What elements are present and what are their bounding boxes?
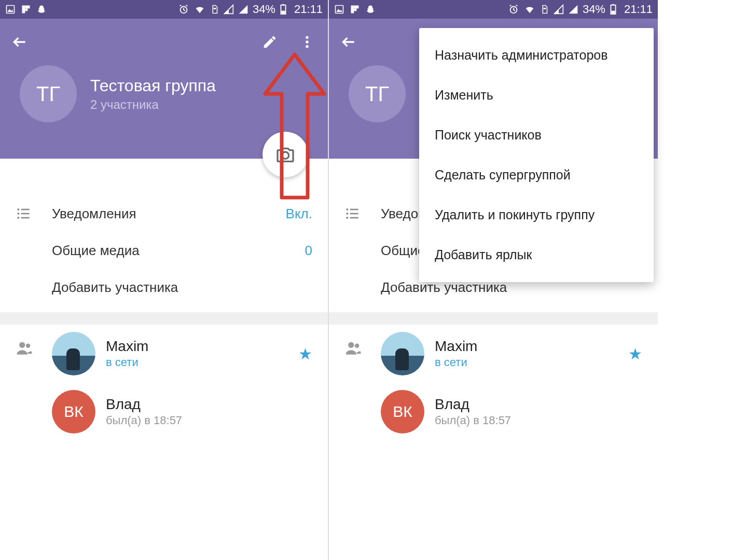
svg-point-16	[282, 152, 288, 159]
member-name-1: Влад	[106, 396, 312, 413]
wifi-icon	[523, 4, 536, 15]
svg-point-44	[348, 342, 354, 348]
svg-point-23	[19, 342, 25, 348]
back-button[interactable]	[9, 32, 30, 52]
list-icon	[16, 205, 32, 222]
status-time: 21:11	[624, 3, 653, 16]
group-avatar-initials: ТГ	[365, 82, 389, 106]
section-divider	[0, 312, 328, 325]
svg-point-17	[17, 208, 19, 211]
svg-rect-25	[336, 6, 343, 13]
group-avatar-initials: ТГ	[36, 82, 60, 106]
svg-rect-41	[350, 213, 358, 215]
battery-text: 34%	[253, 3, 275, 16]
sim-icon	[540, 4, 549, 15]
status-bar: 34% 21:11	[0, 0, 328, 19]
svg-rect-43	[350, 217, 358, 219]
menu-item-edit[interactable]: Изменить	[419, 75, 654, 115]
people-icon	[344, 339, 362, 357]
battery-text: 34%	[583, 3, 605, 16]
star-icon: ★	[628, 345, 642, 363]
flipboard-icon	[350, 4, 360, 15]
camera-fab[interactable]	[263, 132, 308, 177]
menu-item-search-members[interactable]: Поиск участников	[419, 115, 654, 155]
flipboard-icon	[21, 4, 31, 15]
svg-rect-0	[7, 6, 15, 13]
svg-point-14	[306, 40, 309, 44]
notifications-value: Вкл.	[286, 206, 312, 222]
member-row-1[interactable]: ВК Влад был(а) в 18:57	[329, 383, 658, 441]
svg-rect-18	[21, 209, 30, 211]
member-avatar-1[interactable]: ВК	[381, 390, 424, 433]
battery-icon	[280, 4, 287, 15]
shared-media-row[interactable]: Общие медиа 0	[0, 232, 328, 269]
svg-rect-31	[544, 8, 546, 9]
member-avatar-text-1: ВК	[393, 403, 412, 421]
status-bar: 34% 21:11	[329, 0, 658, 19]
svg-rect-37	[611, 11, 615, 14]
edit-button[interactable]	[258, 31, 281, 53]
group-avatar[interactable]: ТГ	[20, 65, 77, 122]
more-button[interactable]	[296, 31, 319, 53]
svg-marker-1	[7, 9, 13, 12]
shared-media-label: Общие медиа	[52, 243, 305, 259]
menu-item-make-supergroup[interactable]: Сделать супергруппой	[419, 155, 654, 195]
svg-rect-28	[354, 6, 358, 9]
menu-item-delete-leave[interactable]: Удалить и покинуть группу	[419, 195, 654, 235]
alarm-icon	[178, 4, 189, 15]
svg-point-24	[26, 344, 31, 348]
blank-area	[658, 0, 746, 560]
svg-point-13	[306, 36, 309, 39]
picture-icon	[334, 4, 344, 15]
menu-item-assign-admins[interactable]: Назначить администраторов	[419, 35, 654, 75]
svg-rect-22	[21, 217, 30, 219]
wifi-icon	[194, 4, 206, 15]
member-avatar-0[interactable]	[52, 332, 95, 375]
svg-rect-29	[354, 8, 356, 11]
member-row-0[interactable]: Maxim в сети ★	[329, 325, 658, 383]
svg-rect-6	[214, 8, 216, 9]
svg-point-40	[346, 213, 348, 215]
signal2-icon	[238, 4, 248, 15]
member-status-1: был(а) в 18:57	[435, 414, 642, 427]
menu-item-add-shortcut[interactable]: Добавить ярлык	[419, 235, 654, 275]
group-avatar[interactable]: ТГ	[349, 65, 406, 122]
back-button[interactable]	[338, 32, 359, 52]
svg-marker-9	[239, 5, 248, 14]
signal1-icon	[554, 4, 564, 15]
snapchat-icon	[365, 4, 376, 15]
member-status-0: в сети	[435, 356, 628, 369]
svg-rect-3	[25, 6, 30, 9]
options-menu: Назначить администраторов Изменить Поиск…	[419, 28, 654, 282]
svg-point-21	[17, 217, 19, 219]
member-avatar-1[interactable]: ВК	[52, 390, 95, 433]
svg-point-38	[346, 208, 348, 211]
battery-icon	[610, 4, 617, 15]
member-avatar-0[interactable]	[381, 332, 424, 375]
add-member-row[interactable]: Добавить участника	[0, 269, 328, 306]
shared-media-value: 0	[305, 243, 312, 259]
member-row-0[interactable]: Maxim в сети ★	[0, 325, 328, 383]
svg-rect-39	[350, 209, 358, 211]
notifications-label: Уведомления	[52, 206, 286, 222]
section-divider	[329, 312, 658, 325]
screen-left: 34% 21:11	[0, 0, 329, 560]
svg-point-15	[306, 45, 309, 48]
notifications-row[interactable]: Уведомления Вкл.	[0, 195, 328, 232]
member-avatar-text-1: ВК	[64, 403, 84, 421]
svg-rect-11	[282, 4, 284, 5]
svg-marker-26	[336, 9, 342, 12]
signal1-icon	[224, 4, 234, 15]
snapchat-icon	[36, 4, 47, 15]
member-name-1: Влад	[435, 396, 642, 413]
svg-point-45	[355, 344, 360, 348]
svg-rect-4	[25, 8, 27, 11]
sim-icon	[210, 4, 219, 15]
screen-right: 34% 21:11 ТГ Тестовая группа 2 участника	[329, 0, 658, 560]
svg-point-19	[17, 213, 19, 215]
member-row-1[interactable]: ВК Влад был(а) в 18:57	[0, 383, 328, 441]
member-status-0: в сети	[106, 356, 298, 369]
member-name-0: Maxim	[106, 338, 298, 355]
group-subtitle: 2 участника	[90, 97, 216, 112]
alarm-icon	[508, 4, 519, 15]
